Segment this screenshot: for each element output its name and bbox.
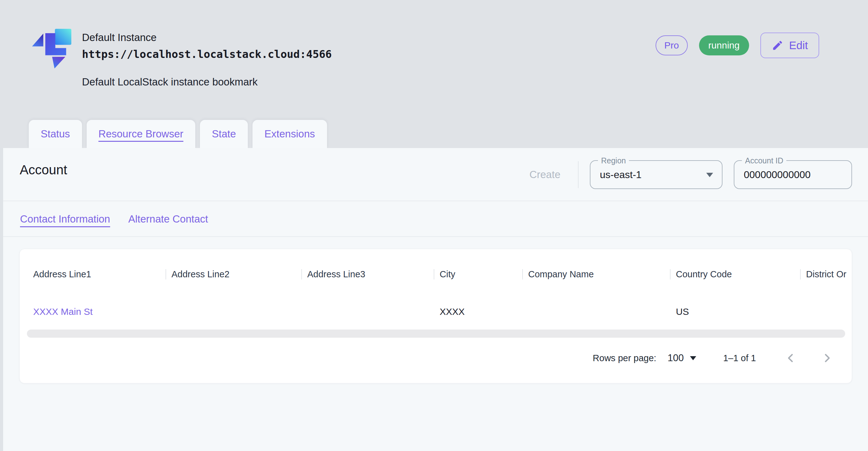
account-id-label: Account ID bbox=[742, 156, 786, 165]
tab-status-label: Status bbox=[41, 128, 70, 140]
service-header-row: Account Create Region us-east-1 Account … bbox=[0, 148, 868, 201]
region-select[interactable]: Region us-east-1 bbox=[590, 160, 722, 189]
column-header-address-line2: Address Line2 bbox=[165, 269, 301, 279]
region-value: us-east-1 bbox=[590, 169, 642, 181]
column-header-city: City bbox=[434, 269, 522, 279]
chevron-left-icon bbox=[783, 351, 797, 365]
tab-resource-browser[interactable]: Resource Browser bbox=[87, 120, 195, 148]
tab-status[interactable]: Status bbox=[29, 120, 82, 148]
chevron-down-icon bbox=[690, 356, 696, 360]
page-title: Account bbox=[20, 162, 67, 177]
edit-pencil-icon bbox=[772, 39, 783, 51]
instance-title: Default Instance bbox=[82, 31, 332, 44]
subtab-contact-information[interactable]: Contact Information bbox=[20, 213, 110, 225]
create-button[interactable]: Create bbox=[526, 169, 563, 181]
column-header-address-line1: Address Line1 bbox=[33, 269, 165, 279]
region-label: Region bbox=[598, 156, 629, 165]
header-badges: Pro running Edit bbox=[655, 0, 819, 91]
tab-extensions[interactable]: Extensions bbox=[252, 120, 327, 148]
tab-resource-browser-label: Resource Browser bbox=[99, 128, 183, 140]
instance-tab-bar: Status Resource Browser State Extensions bbox=[29, 120, 327, 148]
edit-button-label: Edit bbox=[789, 39, 808, 52]
rows-per-page-select[interactable]: 100 bbox=[668, 353, 696, 364]
tab-state[interactable]: State bbox=[200, 120, 248, 148]
address-line1-link[interactable]: XXXX Main St bbox=[33, 306, 93, 317]
column-header-address-line3: Address Line3 bbox=[301, 269, 434, 279]
cell-address-line1: XXXX Main St bbox=[33, 306, 165, 317]
pro-badge: Pro bbox=[655, 35, 688, 55]
instance-url: https://localhost.localstack.cloud:4566 bbox=[82, 47, 332, 61]
resource-subtab-bar: Contact Information Alternate Contact bbox=[0, 202, 868, 237]
column-header-country-code: Country Code bbox=[670, 269, 800, 279]
previous-page-button[interactable] bbox=[783, 351, 797, 365]
subtab-alternate-contact[interactable]: Alternate Contact bbox=[128, 213, 208, 225]
tab-state-label: State bbox=[212, 128, 236, 140]
rows-per-page-label: Rows per page: bbox=[593, 353, 656, 363]
column-header-company-name: Company Name bbox=[522, 269, 670, 279]
running-status-badge: running bbox=[699, 35, 749, 55]
chevron-down-icon bbox=[706, 173, 713, 177]
controls-divider bbox=[578, 161, 579, 188]
contacts-table-card: Address Line1 Address Line2 Address Line… bbox=[20, 249, 852, 383]
service-controls: Create Region us-east-1 Account ID bbox=[526, 148, 852, 201]
rows-per-page-value: 100 bbox=[668, 353, 684, 364]
instance-subtitle: Default LocalStack instance bookmark bbox=[82, 75, 332, 89]
account-id-input[interactable] bbox=[734, 169, 851, 181]
edit-button[interactable]: Edit bbox=[761, 33, 819, 58]
cell-country-code: US bbox=[670, 306, 800, 317]
account-id-field: Account ID bbox=[734, 160, 852, 189]
pagination-range: 1–1 of 1 bbox=[723, 353, 756, 363]
table-header-row: Address Line1 Address Line2 Address Line… bbox=[20, 266, 852, 282]
chevron-right-icon bbox=[820, 351, 834, 365]
pagination-bar: Rows per page: 100 1–1 of 1 bbox=[20, 349, 852, 367]
localstack-logo-icon bbox=[31, 29, 71, 69]
cell-city: XXXX bbox=[434, 306, 522, 317]
window-left-edge bbox=[0, 148, 3, 451]
scrollbar-thumb[interactable] bbox=[27, 330, 845, 338]
resource-browser-panel: Account Create Region us-east-1 Account … bbox=[0, 148, 868, 451]
table-row: XXXX Main St XXXX US bbox=[20, 304, 852, 320]
column-header-district: District Or bbox=[800, 269, 852, 279]
horizontal-scrollbar bbox=[27, 330, 845, 338]
next-page-button[interactable] bbox=[820, 351, 834, 365]
tab-extensions-label: Extensions bbox=[265, 128, 315, 140]
